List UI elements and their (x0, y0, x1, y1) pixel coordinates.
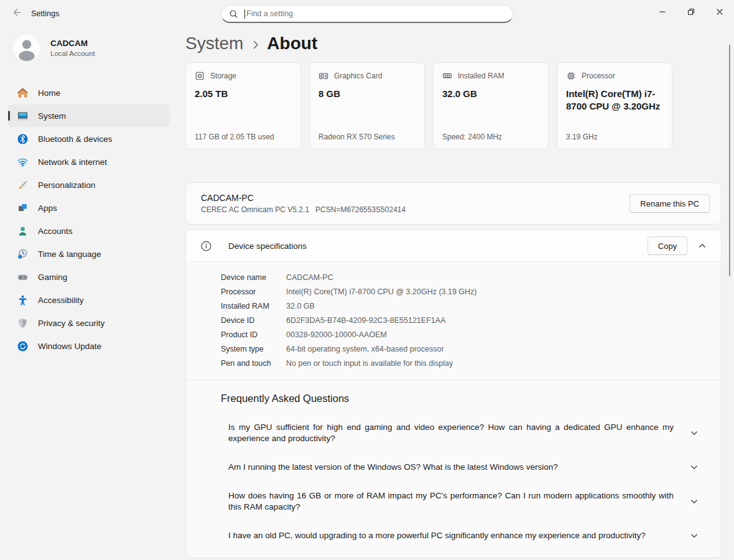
sidebar-item-label: Network & internet (38, 157, 107, 167)
chevron-down-icon[interactable] (689, 427, 700, 439)
sidebar-item-label: Accessibility (38, 296, 84, 305)
accounts-icon (17, 225, 29, 237)
search-input[interactable]: Find a setting (221, 5, 513, 23)
spec-row: Processor Intel(R) Core(TM) i7-8700 CPU … (221, 284, 721, 299)
ram-icon (442, 71, 452, 81)
text-cursor (244, 9, 245, 19)
faq-item[interactable]: Am I running the latest version of the W… (221, 462, 700, 473)
spec-row: Product ID 00328-92000-10000-AAOEM (221, 327, 721, 342)
sidebar-item-label: Bluetooth & devices (38, 134, 112, 144)
vertical-scrollbar[interactable] (729, 45, 730, 276)
card-value: Intel(R) Core(TM) i7-8700 CPU @ 3.20GHz (566, 88, 663, 113)
sidebar-item-label: Personalization (38, 180, 95, 190)
info-icon (201, 241, 211, 251)
sidebar-item-personalization[interactable]: Personalization (8, 174, 170, 196)
faq-item[interactable]: I have an old PC, would upgrading to a m… (221, 530, 700, 541)
sidebar-item-label: Time & language (38, 250, 101, 259)
pc-subtitle: CEREC AC Omnicam PC V5.2.1 PCSN=M6726553… (201, 205, 406, 214)
sidebar-item-apps[interactable]: Apps (8, 197, 170, 219)
card-detail: Radeon RX 570 Series (318, 133, 419, 141)
sidebar-item-label: Windows Update (38, 342, 101, 351)
close-icon (715, 7, 724, 16)
faq-item[interactable]: Is my GPU sufficient for high end gaming… (221, 422, 700, 444)
spec-label: Device ID (221, 316, 286, 325)
sidebar-item-gaming[interactable]: Gaming (8, 266, 170, 288)
system-icon (17, 110, 29, 122)
time-language-icon (17, 248, 29, 260)
sidebar-item-home[interactable]: Home (8, 82, 170, 104)
spec-row: Pen and touch No pen or touch input is a… (221, 356, 721, 370)
spec-row: Installed RAM 32.0 GB (221, 299, 721, 313)
sidebar-item-accessibility[interactable]: Accessibility (8, 289, 170, 311)
sidebar-item-system[interactable]: System (8, 105, 170, 127)
chevron-down-icon[interactable] (689, 462, 700, 473)
card-value: 8 GB (318, 88, 416, 100)
pc-name: CADCAM-PC (201, 193, 406, 203)
card-value: 2.05 TB (195, 88, 292, 100)
spec-label: Processor (221, 287, 286, 296)
sidebar-item-label: Apps (38, 203, 57, 213)
sidebar-item-label: Gaming (38, 273, 67, 282)
spec-row: Device ID 6D2F3DA5-B74B-4209-92C3-8E5512… (221, 313, 721, 327)
faq-item[interactable]: How does having 16 GB or more of RAM imp… (221, 490, 700, 513)
card-label: Graphics Card (334, 72, 382, 80)
app-title: Settings (31, 9, 59, 18)
windows-update-icon (17, 340, 29, 352)
sidebar-item-label: Home (38, 88, 60, 98)
user-account-type: Local Account (50, 50, 95, 57)
card-detail: 3.19 GHz (566, 133, 667, 141)
accessibility-icon (17, 294, 29, 306)
copy-button[interactable]: Copy (648, 236, 687, 255)
chevron-down-icon[interactable] (689, 530, 700, 541)
user-name: CADCAM (50, 39, 95, 48)
sidebar-item-accounts[interactable]: Accounts (8, 220, 170, 242)
network-icon (17, 156, 29, 168)
sidebar-item-bluetooth-devices[interactable]: Bluetooth & devices (8, 128, 170, 150)
faq-title: Frequently Asked Questions (221, 393, 700, 404)
faq-question: Am I running the latest version of the W… (221, 462, 689, 473)
spec-label: System type (221, 345, 286, 353)
spec-label: Installed RAM (221, 302, 286, 310)
hardware-cards: Storage 2.05 TB 117 GB of 2.05 TB used G… (185, 62, 722, 149)
sidebar-item-network-internet[interactable]: Network & internet (8, 151, 170, 173)
chevron-right-icon (251, 40, 261, 50)
storage-card: Storage 2.05 TB 117 GB of 2.05 TB used (185, 62, 301, 149)
privacy-shield-icon (17, 317, 29, 329)
device-specifications-header[interactable]: Device specifications Copy (186, 230, 721, 261)
close-button[interactable] (705, 0, 734, 24)
gaming-icon (17, 271, 29, 283)
spec-value: 32.0 GB (286, 302, 315, 310)
selection-indicator (8, 111, 10, 121)
back-button[interactable] (6, 2, 27, 22)
spec-value: CADCAM-PC (286, 273, 333, 282)
sidebar-item-windows-update[interactable]: Windows Update (8, 335, 170, 357)
spec-value: No pen or touch input is available for t… (286, 359, 453, 368)
sidebar-item-time-language[interactable]: Time & language (8, 243, 170, 265)
storage-icon (195, 71, 205, 81)
spec-value: Intel(R) Core(TM) i7-8700 CPU @ 3.20GHz … (286, 287, 477, 296)
device-specifications-body: Device name CADCAM-PC Processor Intel(R)… (186, 261, 721, 380)
spec-value: 64-bit operating system, x64-based proce… (286, 345, 444, 353)
processor-card: Processor Intel(R) Core(TM) i7-8700 CPU … (557, 62, 672, 149)
processor-icon (566, 71, 576, 81)
sidebar-item-label: Privacy & security (38, 319, 105, 328)
window-controls (648, 0, 734, 24)
restore-button[interactable] (677, 0, 705, 24)
sidebar-item-privacy-security[interactable]: Privacy & security (8, 312, 170, 334)
breadcrumb: System About (185, 31, 722, 56)
user-account[interactable]: CADCAM Local Account (12, 34, 95, 62)
minimize-button[interactable] (648, 0, 677, 24)
faq-section: Frequently Asked Questions Is my GPU suf… (186, 380, 721, 558)
search-placeholder: Find a setting (246, 9, 293, 18)
graphics-card-card: Graphics Card 8 GB Radeon RX 570 Series (309, 62, 425, 149)
collapse-expander-button[interactable] (692, 236, 712, 255)
breadcrumb-parent[interactable]: System (185, 34, 243, 54)
sidebar-item-label: System (38, 111, 66, 121)
personalization-icon (17, 179, 29, 191)
restore-icon (687, 7, 695, 16)
pc-name-card: CADCAM-PC CEREC AC Omnicam PC V5.2.1 PCS… (185, 182, 722, 225)
card-label: Storage (210, 72, 236, 80)
rename-pc-button[interactable]: Rename this PC (629, 194, 710, 213)
chevron-down-icon[interactable] (689, 496, 700, 507)
avatar (12, 34, 41, 62)
